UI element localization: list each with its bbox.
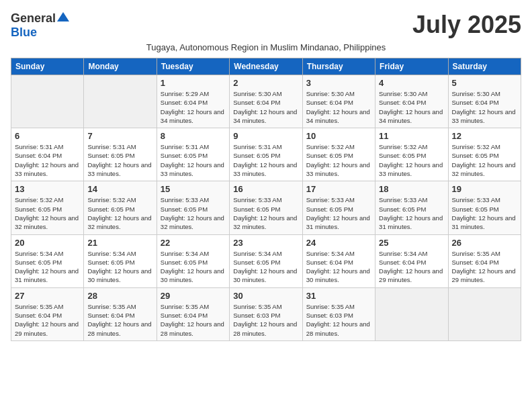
calendar-week-row: 6Sunrise: 5:31 AM Sunset: 6:04 PM Daylig… <box>11 128 521 181</box>
day-number: 20 <box>15 238 80 248</box>
calendar-day-cell: 8Sunrise: 5:31 AM Sunset: 6:05 PM Daylig… <box>157 128 229 181</box>
calendar-day-cell: 28Sunrise: 5:35 AM Sunset: 6:04 PM Dayli… <box>84 287 157 340</box>
calendar-day-cell: 6Sunrise: 5:31 AM Sunset: 6:04 PM Daylig… <box>11 128 84 181</box>
day-info: Sunrise: 5:33 AM Sunset: 6:05 PM Dayligh… <box>233 195 298 231</box>
calendar-day-cell: 2Sunrise: 5:30 AM Sunset: 6:04 PM Daylig… <box>230 75 302 128</box>
calendar-day-cell: 3Sunrise: 5:30 AM Sunset: 6:04 PM Daylig… <box>302 75 375 128</box>
weekday-header: Sunday <box>11 58 84 75</box>
calendar-day-cell: 25Sunrise: 5:34 AM Sunset: 6:04 PM Dayli… <box>375 234 448 287</box>
day-number: 15 <box>161 184 226 194</box>
calendar-day-cell: 12Sunrise: 5:32 AM Sunset: 6:05 PM Dayli… <box>448 128 521 181</box>
day-number: 10 <box>306 131 371 141</box>
day-number: 17 <box>306 184 371 194</box>
day-info: Sunrise: 5:35 AM Sunset: 6:04 PM Dayligh… <box>161 302 226 338</box>
logo-icon <box>57 11 69 23</box>
day-number: 25 <box>379 238 444 248</box>
calendar-day-cell: 23Sunrise: 5:34 AM Sunset: 6:05 PM Dayli… <box>230 234 302 287</box>
day-info: Sunrise: 5:32 AM Sunset: 6:05 PM Dayligh… <box>87 195 152 231</box>
calendar-day-cell <box>375 287 448 340</box>
day-number: 16 <box>233 184 298 194</box>
day-info: Sunrise: 5:32 AM Sunset: 6:05 PM Dayligh… <box>379 142 444 178</box>
day-info: Sunrise: 5:35 AM Sunset: 6:03 PM Dayligh… <box>233 302 298 338</box>
day-number: 30 <box>233 291 298 301</box>
calendar-day-cell: 4Sunrise: 5:30 AM Sunset: 6:04 PM Daylig… <box>375 75 448 128</box>
logo-blue-text: Blue <box>11 26 37 39</box>
day-info: Sunrise: 5:34 AM Sunset: 6:05 PM Dayligh… <box>15 249 80 285</box>
calendar-day-cell: 30Sunrise: 5:35 AM Sunset: 6:03 PM Dayli… <box>230 287 302 340</box>
day-number: 11 <box>379 131 444 141</box>
day-number: 13 <box>15 184 80 194</box>
calendar-day-cell: 17Sunrise: 5:33 AM Sunset: 6:05 PM Dayli… <box>302 181 375 234</box>
calendar-day-cell <box>448 287 521 340</box>
day-info: Sunrise: 5:30 AM Sunset: 6:04 PM Dayligh… <box>452 89 517 125</box>
day-number: 27 <box>15 291 80 301</box>
day-info: Sunrise: 5:34 AM Sunset: 6:05 PM Dayligh… <box>87 249 152 285</box>
day-info: Sunrise: 5:34 AM Sunset: 6:04 PM Dayligh… <box>306 249 371 285</box>
calendar-day-cell: 29Sunrise: 5:35 AM Sunset: 6:04 PM Dayli… <box>157 287 229 340</box>
day-number: 24 <box>306 238 371 248</box>
day-number: 3 <box>306 78 371 88</box>
day-number: 12 <box>452 131 517 141</box>
day-info: Sunrise: 5:30 AM Sunset: 6:04 PM Dayligh… <box>379 89 444 125</box>
calendar-day-cell: 21Sunrise: 5:34 AM Sunset: 6:05 PM Dayli… <box>84 234 157 287</box>
day-info: Sunrise: 5:32 AM Sunset: 6:05 PM Dayligh… <box>306 142 371 178</box>
logo-general-text: General <box>11 11 56 26</box>
calendar-table: SundayMondayTuesdayWednesdayThursdayFrid… <box>11 58 521 341</box>
day-info: Sunrise: 5:31 AM Sunset: 6:04 PM Dayligh… <box>15 142 80 178</box>
day-number: 1 <box>161 78 226 88</box>
day-number: 28 <box>87 291 152 301</box>
calendar-week-row: 13Sunrise: 5:32 AM Sunset: 6:05 PM Dayli… <box>11 181 521 234</box>
day-info: Sunrise: 5:33 AM Sunset: 6:05 PM Dayligh… <box>452 195 517 231</box>
day-number: 29 <box>161 291 226 301</box>
day-info: Sunrise: 5:30 AM Sunset: 6:04 PM Dayligh… <box>306 89 371 125</box>
calendar-day-cell: 1Sunrise: 5:29 AM Sunset: 6:04 PM Daylig… <box>157 75 229 128</box>
calendar-week-row: 1Sunrise: 5:29 AM Sunset: 6:04 PM Daylig… <box>11 75 521 128</box>
calendar-day-cell: 26Sunrise: 5:35 AM Sunset: 6:04 PM Dayli… <box>448 234 521 287</box>
day-number: 23 <box>233 238 298 248</box>
calendar-day-cell <box>84 75 157 128</box>
day-info: Sunrise: 5:29 AM Sunset: 6:04 PM Dayligh… <box>161 89 226 125</box>
weekday-header: Monday <box>84 58 157 75</box>
weekday-header: Saturday <box>448 58 521 75</box>
calendar-day-cell: 19Sunrise: 5:33 AM Sunset: 6:05 PM Dayli… <box>448 181 521 234</box>
day-info: Sunrise: 5:31 AM Sunset: 6:05 PM Dayligh… <box>233 142 298 178</box>
day-number: 9 <box>233 131 298 141</box>
calendar-day-cell: 24Sunrise: 5:34 AM Sunset: 6:04 PM Dayli… <box>302 234 375 287</box>
calendar-day-cell: 14Sunrise: 5:32 AM Sunset: 6:05 PM Dayli… <box>84 181 157 234</box>
weekday-header: Tuesday <box>157 58 229 75</box>
calendar-day-cell: 18Sunrise: 5:33 AM Sunset: 6:05 PM Dayli… <box>375 181 448 234</box>
day-info: Sunrise: 5:34 AM Sunset: 6:05 PM Dayligh… <box>233 249 298 285</box>
svg-marker-0 <box>57 12 69 21</box>
calendar-day-cell: 31Sunrise: 5:35 AM Sunset: 6:03 PM Dayli… <box>302 287 375 340</box>
calendar-day-cell: 27Sunrise: 5:35 AM Sunset: 6:04 PM Dayli… <box>11 287 84 340</box>
weekday-header: Wednesday <box>230 58 302 75</box>
calendar-week-row: 20Sunrise: 5:34 AM Sunset: 6:05 PM Dayli… <box>11 234 521 287</box>
calendar-day-cell <box>11 75 84 128</box>
day-info: Sunrise: 5:32 AM Sunset: 6:05 PM Dayligh… <box>452 142 517 178</box>
calendar-day-cell: 5Sunrise: 5:30 AM Sunset: 6:04 PM Daylig… <box>448 75 521 128</box>
calendar-day-cell: 16Sunrise: 5:33 AM Sunset: 6:05 PM Dayli… <box>230 181 302 234</box>
day-info: Sunrise: 5:31 AM Sunset: 6:05 PM Dayligh… <box>87 142 152 178</box>
logo: General Blue <box>11 11 69 40</box>
calendar-day-cell: 20Sunrise: 5:34 AM Sunset: 6:05 PM Dayli… <box>11 234 84 287</box>
day-number: 31 <box>306 291 371 301</box>
page-header: General Blue July 2025 <box>11 11 521 40</box>
day-number: 6 <box>15 131 80 141</box>
calendar-week-row: 27Sunrise: 5:35 AM Sunset: 6:04 PM Dayli… <box>11 287 521 340</box>
day-number: 7 <box>87 131 152 141</box>
day-number: 19 <box>452 184 517 194</box>
calendar-day-cell: 7Sunrise: 5:31 AM Sunset: 6:05 PM Daylig… <box>84 128 157 181</box>
day-info: Sunrise: 5:35 AM Sunset: 6:04 PM Dayligh… <box>87 302 152 338</box>
day-info: Sunrise: 5:35 AM Sunset: 6:04 PM Dayligh… <box>15 302 80 338</box>
day-info: Sunrise: 5:35 AM Sunset: 6:04 PM Dayligh… <box>452 249 517 285</box>
day-number: 4 <box>379 78 444 88</box>
day-number: 2 <box>233 78 298 88</box>
day-info: Sunrise: 5:32 AM Sunset: 6:05 PM Dayligh… <box>15 195 80 231</box>
weekday-header: Friday <box>375 58 448 75</box>
day-number: 22 <box>161 238 226 248</box>
month-title: July 2025 <box>412 11 521 39</box>
day-info: Sunrise: 5:30 AM Sunset: 6:04 PM Dayligh… <box>233 89 298 125</box>
day-number: 18 <box>379 184 444 194</box>
calendar-day-cell: 13Sunrise: 5:32 AM Sunset: 6:05 PM Dayli… <box>11 181 84 234</box>
day-number: 5 <box>452 78 517 88</box>
